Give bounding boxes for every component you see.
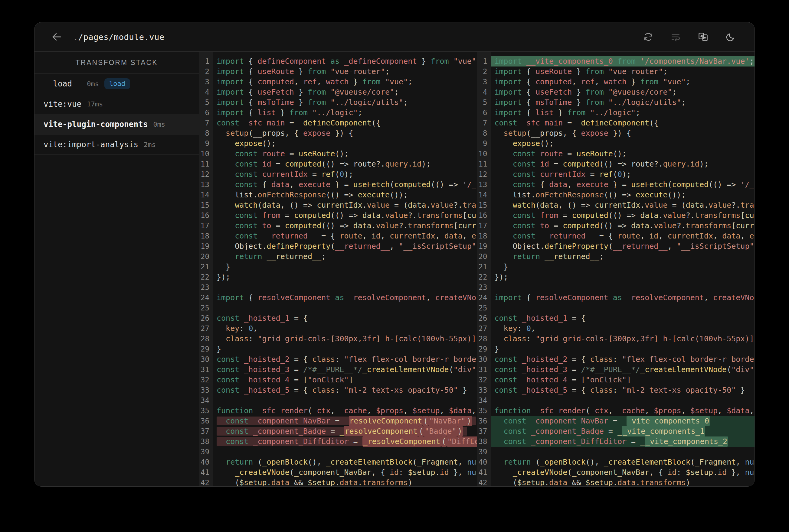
code-line: 6import { list } from "../logic"; — [477, 108, 755, 118]
code-content: } — [213, 344, 477, 354]
dark-mode-button[interactable] — [724, 30, 738, 44]
code-line: 39 — [199, 447, 477, 457]
plugin-time: 17ms — [87, 100, 103, 108]
code-content: const id = computed(() => route?.query.i… — [491, 159, 755, 169]
code-content — [491, 395, 755, 406]
code-content: const currentIdx = ref(0); — [491, 169, 755, 179]
plugin-time: 0ms — [87, 80, 99, 88]
code-content: const _hoisted_5 = { class: "ml-2 text-x… — [213, 385, 477, 395]
code-content: const id = computed(() => route?.query.i… — [213, 159, 477, 169]
code-line: 8 setup(__props, { expose }) { — [199, 128, 477, 138]
diff-emphasis: ( — [423, 416, 428, 426]
code-content: import { computed, ref, watch } from "vu… — [213, 77, 477, 87]
line-number: 11 — [199, 159, 213, 169]
line-number: 29 — [477, 344, 491, 354]
diff-emphasis: ( — [441, 436, 447, 447]
line-number: 19 — [477, 241, 491, 251]
code-content: const _component_DiffEditor = _resolveCo… — [213, 436, 477, 447]
code-content: const _component_Badge = _resolveCompone… — [213, 426, 477, 436]
line-number: 14 — [199, 190, 213, 200]
code-content: setup(__props, { expose }) { — [491, 128, 755, 138]
arrow-left-icon — [51, 31, 62, 43]
line-number: 10 — [477, 149, 491, 159]
code-panel-after[interactable]: 1import __vite_components_0 from '/compo… — [477, 52, 755, 486]
code-content: const __returned__ = { route, id, curren… — [491, 231, 755, 241]
code-content: setup(__props, { expose }) { — [213, 128, 477, 138]
code-line: 22}); — [199, 272, 477, 282]
line-number: 6 — [199, 108, 213, 118]
code-content: import { useFetch } from "@vueuse/core"; — [491, 87, 755, 97]
code-line: 16 const from = computed(() => data.valu… — [477, 210, 755, 221]
code-content: expose(); — [491, 138, 755, 149]
code-line: 6import { list } from "../logic"; — [199, 108, 477, 118]
code-line: 11 const id = computed(() => route?.quer… — [199, 159, 477, 169]
code-line: 30const _hoisted_2 = { class: "flex flex… — [477, 354, 755, 364]
line-number: 39 — [477, 447, 491, 457]
line-number: 41 — [199, 467, 213, 478]
inline-diff-button[interactable] — [696, 30, 710, 44]
line-number: 17 — [199, 221, 213, 231]
transform-stack-item[interactable]: __load__0msload — [35, 74, 199, 94]
transform-stack-item[interactable]: vite:vue17ms — [35, 94, 199, 114]
code-content: import { msToTime } from "../logic/utils… — [491, 97, 755, 108]
line-number: 16 — [199, 210, 213, 221]
code-content: const _hoisted_3 = /*#__PURE__*/_createE… — [491, 364, 755, 375]
line-number: 12 — [477, 169, 491, 179]
line-number: 22 — [199, 272, 213, 282]
code-content: }); — [491, 272, 755, 282]
code-content — [491, 447, 755, 457]
transform-stack-item[interactable]: vite:import-analysis2ms — [35, 134, 199, 155]
line-number: 38 — [477, 436, 491, 447]
back-button[interactable] — [49, 29, 64, 44]
code-line: 24import { resolveComponent as _resolveC… — [477, 292, 755, 303]
refresh-button[interactable] — [641, 30, 655, 44]
moon-icon — [726, 32, 736, 42]
code-content: const _component_Badge = __vite_componen… — [491, 426, 755, 436]
line-number: 7 — [199, 118, 213, 128]
code-content: _createVNode(_component_NavBar, { id: $s… — [491, 467, 755, 478]
inspect-window: ./pages/module.vue — [34, 22, 755, 487]
line-number: 27 — [477, 323, 491, 334]
line-number: 14 — [477, 190, 491, 200]
code-line: 24import { resolveComponent as _resolveC… — [199, 292, 477, 303]
diff-emphasis: _vite_components_2 — [645, 436, 728, 447]
code-line: 33const _hoisted_5 = { class: "ml-2 text… — [199, 385, 477, 395]
code-content: } — [491, 344, 755, 354]
code-line: 18 const __returned__ = { route, id, cur… — [199, 231, 477, 241]
code-line: 28 class: "grid grid-cols-[300px,3fr] h-… — [477, 334, 755, 344]
transform-stack-item[interactable]: vite-plugin-components0ms — [35, 114, 199, 134]
line-number: 1 — [477, 56, 491, 66]
code-line: 23 — [477, 282, 755, 292]
code-content: key: 0, — [491, 323, 755, 334]
code-panel-before[interactable]: 1import { defineComponent as _defineComp… — [199, 52, 477, 486]
line-number: 33 — [199, 385, 213, 395]
code-line: 3import { computed, ref, watch } from "v… — [199, 77, 477, 87]
code-content: Object.defineProperty(__returned__, "__i… — [491, 241, 755, 251]
code-content: key: 0, — [213, 323, 477, 334]
line-number: 21 — [199, 262, 213, 272]
code-line: 1import __vite_components_0 from '/compo… — [477, 56, 755, 66]
code-line: 36 const _component_NavBar = __vite_comp… — [477, 416, 755, 426]
code-line: 36 const _component_NavBar = _resolveCom… — [199, 416, 477, 426]
code-content: const to = computed(() => data.value?.tr… — [213, 221, 477, 231]
code-line: 42 ($setup.data && $setup.data.transform… — [477, 478, 755, 486]
code-line: 15 watch(data, () => currentIdx.value = … — [199, 200, 477, 210]
code-content: const _component_NavBar = _resolveCompon… — [213, 416, 477, 426]
line-number: 2 — [199, 66, 213, 77]
code-content: ($setup.data && $setup.data.transforms) — [491, 478, 755, 486]
code-content: class: "grid grid-cols-[300px,3fr] h-[ca… — [213, 334, 477, 344]
line-number: 23 — [477, 282, 491, 292]
line-number: 17 — [477, 221, 491, 231]
code-line: 26const _hoisted_1 = { — [477, 313, 755, 323]
code-line: 30const _hoisted_2 = { class: "flex flex… — [199, 354, 477, 364]
line-number: 34 — [199, 395, 213, 406]
code-content: const _sfc_main = _defineComponent({ — [213, 118, 477, 128]
code-content: Object.defineProperty(__returned__, "__i… — [213, 241, 477, 251]
code-line: 39 — [477, 447, 755, 457]
line-number: 40 — [477, 457, 491, 467]
line-number: 37 — [477, 426, 491, 436]
diff-emphasis: resolveComponent — [349, 416, 423, 426]
wrap-lines-button[interactable] — [668, 30, 682, 44]
line-number: 26 — [477, 313, 491, 323]
line-number: 36 — [477, 416, 491, 426]
